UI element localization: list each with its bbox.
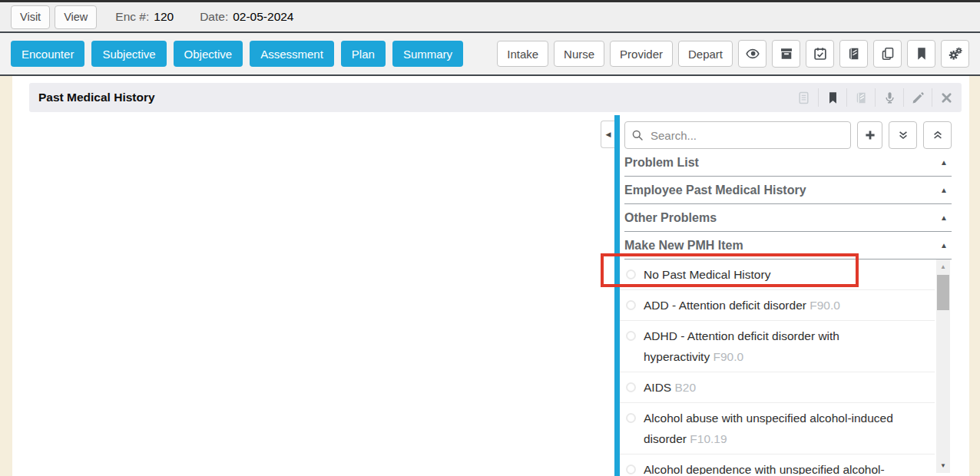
category-label: Make New PMH Item	[624, 239, 743, 253]
document-icon	[797, 91, 810, 104]
document-button[interactable]	[790, 88, 818, 107]
tab-assessment[interactable]: Assessment	[250, 41, 334, 67]
settings-gears-icon	[949, 47, 962, 61]
window-buttons: VisitView	[11, 5, 101, 29]
radio-icon[interactable]	[626, 413, 636, 423]
pmh-item-text: AIDS B20	[644, 377, 696, 398]
icd-code: F90.0	[806, 299, 840, 312]
tab-encounter[interactable]: Encounter	[11, 41, 84, 67]
pmh-item-label: Alcohol dependence with unspecified alco…	[644, 463, 885, 474]
eye-button[interactable]	[738, 40, 766, 68]
pmh-item-add-attention-deficit-disorder[interactable]: ADD - Attention deficit disorder F90.0	[620, 290, 935, 321]
right-page-margin	[969, 76, 980, 476]
nurse-button[interactable]: Nurse	[554, 41, 604, 67]
pmh-item-aids[interactable]: AIDS B20	[620, 372, 935, 403]
category-problem-list[interactable]: Problem List▲	[624, 149, 952, 177]
collapse-triangle-icon: ▲	[940, 186, 948, 194]
category-label: Problem List	[624, 156, 699, 170]
depart-button[interactable]: Depart	[678, 41, 733, 67]
pmh-item-text: ADD - Attention deficit disorder F90.0	[644, 295, 840, 316]
section-header-icons	[790, 88, 960, 107]
left-triangle-icon: ◀	[606, 131, 611, 138]
intake-button[interactable]: Intake	[497, 41, 548, 67]
date-value: 02-05-2024	[233, 10, 293, 24]
search-input[interactable]	[624, 121, 851, 149]
tab-plan[interactable]: Plan	[341, 41, 386, 67]
icd-code: F10.19	[687, 432, 727, 445]
pmh-picker-panel: Problem List▲Employee Past Medical Histo…	[614, 115, 969, 476]
category-employee-past-medical-history[interactable]: Employee Past Medical History▲	[624, 177, 952, 204]
category-other-problems[interactable]: Other Problems▲	[624, 204, 952, 232]
close-button[interactable]	[932, 88, 960, 107]
pmh-item-text: Alcohol abuse with unspecified alcohol-i…	[644, 408, 907, 449]
calendar-check-button[interactable]	[806, 40, 834, 68]
bookmark-button[interactable]	[818, 88, 846, 107]
stage-buttons: IntakeNurseProviderDepart	[497, 41, 733, 67]
scrollbar-thumb[interactable]	[937, 275, 949, 310]
search-box	[624, 121, 851, 149]
settings-gears-button[interactable]	[941, 40, 969, 68]
bookmark-icon	[826, 91, 839, 104]
nav-tabs: EncounterSubjectiveObjectiveAssessmentPl…	[11, 41, 470, 67]
close-icon	[940, 91, 953, 104]
tab-summary[interactable]: Summary	[392, 41, 463, 67]
collapse-triangle-icon: ▲	[940, 241, 948, 250]
search-row	[624, 121, 952, 149]
add-item-button[interactable]	[857, 121, 882, 149]
pmh-item-text: No Past Medical History	[644, 264, 770, 285]
toolbar-right-group: IntakeNurseProviderDepart	[497, 40, 969, 68]
pencil-icon	[912, 91, 925, 104]
radio-icon[interactable]	[626, 331, 636, 341]
category-label: Employee Past Medical History	[624, 183, 806, 197]
date-label: Date:	[200, 10, 228, 24]
pmh-item-text: Alcohol dependence with unspecified alco…	[644, 459, 885, 474]
pmh-item-adhd-attention-deficit-disorder-with-hyp[interactable]: ADHD - Attention deficit disorder with h…	[620, 321, 935, 372]
expand-all-button[interactable]	[889, 121, 917, 149]
section-header: Past Medical History	[29, 83, 962, 112]
pmh-item-alcohol-abuse-with-unspecified-alcohol-i[interactable]: Alcohol abuse with unspecified alcohol-i…	[620, 403, 935, 455]
eye-icon	[746, 47, 760, 61]
radio-icon[interactable]	[626, 269, 636, 279]
tab-subjective[interactable]: Subjective	[91, 41, 166, 67]
category-list: Problem List▲Employee Past Medical Histo…	[624, 149, 952, 259]
encounter-number-label: Enc #:	[115, 10, 149, 24]
toolbar-icon-buttons	[738, 40, 969, 68]
main-content: Past Medical History ◀ Problem List▲Empl…	[0, 76, 980, 476]
encounter-info: Enc #: 120 Date: 02-05-2024	[115, 10, 293, 24]
collapse-triangle-icon: ▲	[940, 158, 948, 167]
provider-button[interactable]: Provider	[610, 41, 673, 67]
left-page-margin	[0, 76, 12, 476]
pmh-item-text: ADHD - Attention deficit disorder with h…	[644, 326, 907, 367]
pmh-item-no-past-medical-history[interactable]: No Past Medical History	[620, 259, 935, 290]
scrollbar-down-arrow-icon[interactable]: ▼	[936, 462, 950, 469]
radio-icon[interactable]	[626, 382, 636, 392]
pmh-item-alcohol-dependence-with-unspecified-alco[interactable]: Alcohol dependence with unspecified alco…	[620, 455, 935, 474]
category-make-new-pmh-item[interactable]: Make New PMH Item▲	[624, 232, 952, 259]
journal-icon	[847, 47, 861, 61]
list-scrollbar[interactable]: ▲ ▼	[936, 259, 950, 473]
chevrons-up-icon	[932, 129, 944, 141]
tab-objective[interactable]: Objective	[174, 41, 243, 67]
bookmark-button[interactable]	[907, 40, 935, 68]
radio-icon[interactable]	[626, 300, 636, 310]
journal-button[interactable]	[839, 40, 868, 68]
scrollbar-up-arrow-icon[interactable]: ▲	[936, 263, 950, 270]
microphone-icon	[883, 91, 896, 104]
pencil-button[interactable]	[903, 88, 932, 107]
view-button[interactable]: View	[55, 5, 97, 29]
pmh-item-list: No Past Medical HistoryADD - Attention d…	[620, 259, 935, 474]
pmh-item-label: ADD - Attention deficit disorder	[644, 299, 806, 312]
calendar-check-icon	[813, 47, 827, 61]
collapse-triangle-icon: ▲	[940, 213, 948, 222]
chevrons-down-icon	[897, 129, 909, 141]
collapse-all-button[interactable]	[923, 121, 952, 149]
radio-icon[interactable]	[626, 464, 636, 474]
pmh-item-label: No Past Medical History	[644, 268, 770, 281]
microphone-button[interactable]	[875, 88, 903, 107]
visit-button[interactable]: Visit	[11, 5, 50, 29]
copy-button[interactable]	[873, 40, 902, 68]
archive-icon	[780, 47, 793, 61]
journal-button[interactable]	[846, 88, 875, 107]
archive-button[interactable]	[772, 40, 800, 68]
panel-collapse-handle[interactable]: ◀	[601, 121, 615, 148]
